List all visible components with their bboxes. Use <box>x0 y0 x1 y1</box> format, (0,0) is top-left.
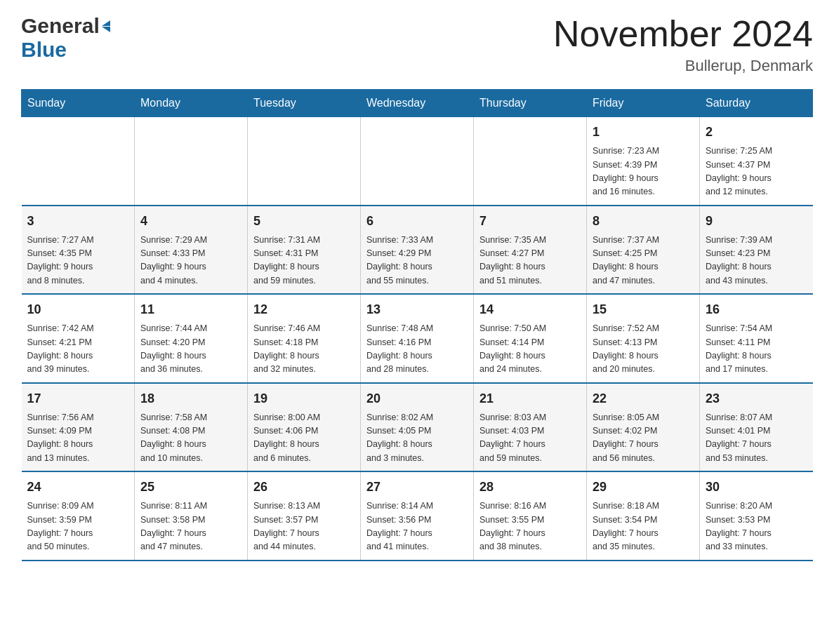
day-number: 25 <box>140 478 241 497</box>
calendar-day-cell: 8Sunrise: 7:37 AM Sunset: 4:25 PM Daylig… <box>587 206 700 295</box>
day-number: 4 <box>140 212 241 231</box>
day-number: 3 <box>27 212 129 231</box>
calendar-week-row: 10Sunrise: 7:42 AM Sunset: 4:21 PM Dayli… <box>22 294 813 383</box>
calendar-day-cell: 2Sunrise: 7:25 AM Sunset: 4:37 PM Daylig… <box>700 117 813 206</box>
header-monday: Monday <box>135 90 248 117</box>
calendar-day-cell: 1Sunrise: 7:23 AM Sunset: 4:39 PM Daylig… <box>587 117 700 206</box>
day-number: 13 <box>366 300 468 319</box>
calendar-day-cell: 20Sunrise: 8:02 AM Sunset: 4:05 PM Dayli… <box>361 383 474 472</box>
calendar-day-cell <box>361 117 474 206</box>
calendar-day-cell: 18Sunrise: 7:58 AM Sunset: 4:08 PM Dayli… <box>135 383 248 472</box>
day-info: Sunrise: 8:05 AM Sunset: 4:02 PM Dayligh… <box>593 411 694 466</box>
day-info: Sunrise: 7:37 AM Sunset: 4:25 PM Dayligh… <box>593 234 694 288</box>
calendar-day-cell: 28Sunrise: 8:16 AM Sunset: 3:55 PM Dayli… <box>474 471 587 561</box>
logo: General Blue <box>21 14 111 62</box>
day-info: Sunrise: 7:23 AM Sunset: 4:39 PM Dayligh… <box>593 145 694 199</box>
calendar-day-cell: 3Sunrise: 7:27 AM Sunset: 4:35 PM Daylig… <box>22 206 135 295</box>
location-subtitle: Bullerup, Denmark <box>553 57 813 75</box>
day-number: 9 <box>706 212 807 231</box>
day-number: 17 <box>27 389 129 408</box>
page-header: General Blue November 2024 Bullerup, Den… <box>21 14 813 75</box>
day-number: 1 <box>593 123 694 142</box>
calendar-day-cell: 5Sunrise: 7:31 AM Sunset: 4:31 PM Daylig… <box>248 206 361 295</box>
day-number: 26 <box>253 478 355 497</box>
calendar-day-cell: 25Sunrise: 8:11 AM Sunset: 3:58 PM Dayli… <box>135 471 248 561</box>
day-number: 30 <box>706 478 807 497</box>
calendar-day-cell: 24Sunrise: 8:09 AM Sunset: 3:59 PM Dayli… <box>22 471 135 561</box>
month-title: November 2024 <box>553 14 813 54</box>
day-info: Sunrise: 8:14 AM Sunset: 3:56 PM Dayligh… <box>366 499 468 554</box>
calendar-day-cell: 27Sunrise: 8:14 AM Sunset: 3:56 PM Dayli… <box>361 471 474 561</box>
title-block: November 2024 Bullerup, Denmark <box>553 14 813 75</box>
calendar-day-cell: 13Sunrise: 7:48 AM Sunset: 4:16 PM Dayli… <box>361 294 474 383</box>
day-number: 18 <box>140 389 241 408</box>
day-info: Sunrise: 7:31 AM Sunset: 4:31 PM Dayligh… <box>253 234 355 288</box>
calendar-day-cell: 16Sunrise: 7:54 AM Sunset: 4:11 PM Dayli… <box>700 294 813 383</box>
calendar-day-cell: 4Sunrise: 7:29 AM Sunset: 4:33 PM Daylig… <box>135 206 248 295</box>
weekday-header-row: SundayMondayTuesdayWednesdayThursdayFrid… <box>22 90 813 117</box>
day-info: Sunrise: 7:56 AM Sunset: 4:09 PM Dayligh… <box>27 411 129 466</box>
day-info: Sunrise: 7:25 AM Sunset: 4:37 PM Dayligh… <box>706 145 807 199</box>
header-thursday: Thursday <box>474 90 587 117</box>
day-info: Sunrise: 7:54 AM Sunset: 4:11 PM Dayligh… <box>706 322 807 377</box>
day-info: Sunrise: 8:00 AM Sunset: 4:06 PM Dayligh… <box>253 411 355 466</box>
calendar-day-cell <box>22 117 135 206</box>
calendar-week-row: 3Sunrise: 7:27 AM Sunset: 4:35 PM Daylig… <box>22 206 813 295</box>
day-number: 16 <box>706 300 807 319</box>
day-number: 8 <box>593 212 694 231</box>
day-number: 27 <box>366 478 468 497</box>
day-number: 2 <box>706 123 807 142</box>
day-info: Sunrise: 7:27 AM Sunset: 4:35 PM Dayligh… <box>27 234 129 288</box>
day-info: Sunrise: 7:35 AM Sunset: 4:27 PM Dayligh… <box>479 234 581 288</box>
calendar-day-cell: 19Sunrise: 8:00 AM Sunset: 4:06 PM Dayli… <box>248 383 361 472</box>
day-number: 24 <box>27 478 129 497</box>
day-number: 20 <box>366 389 468 408</box>
header-sunday: Sunday <box>22 90 135 117</box>
day-info: Sunrise: 7:33 AM Sunset: 4:29 PM Dayligh… <box>366 234 468 288</box>
header-wednesday: Wednesday <box>361 90 474 117</box>
calendar-day-cell <box>474 117 587 206</box>
calendar-day-cell <box>248 117 361 206</box>
calendar-table: SundayMondayTuesdayWednesdayThursdayFrid… <box>21 89 813 561</box>
logo-flag-icon <box>102 20 110 32</box>
day-number: 5 <box>253 212 355 231</box>
calendar-header: SundayMondayTuesdayWednesdayThursdayFrid… <box>22 90 813 117</box>
day-number: 23 <box>706 389 807 408</box>
day-number: 10 <box>27 300 129 319</box>
day-info: Sunrise: 8:13 AM Sunset: 3:57 PM Dayligh… <box>253 499 355 554</box>
calendar-week-row: 17Sunrise: 7:56 AM Sunset: 4:09 PM Dayli… <box>22 383 813 472</box>
day-info: Sunrise: 8:03 AM Sunset: 4:03 PM Dayligh… <box>479 411 581 466</box>
calendar-body: 1Sunrise: 7:23 AM Sunset: 4:39 PM Daylig… <box>22 117 813 561</box>
day-info: Sunrise: 7:44 AM Sunset: 4:20 PM Dayligh… <box>140 322 241 377</box>
day-info: Sunrise: 8:18 AM Sunset: 3:54 PM Dayligh… <box>593 499 694 554</box>
calendar-day-cell: 11Sunrise: 7:44 AM Sunset: 4:20 PM Dayli… <box>135 294 248 383</box>
day-number: 21 <box>479 389 581 408</box>
day-info: Sunrise: 8:09 AM Sunset: 3:59 PM Dayligh… <box>27 499 129 554</box>
day-info: Sunrise: 7:50 AM Sunset: 4:14 PM Dayligh… <box>479 322 581 377</box>
header-saturday: Saturday <box>700 90 813 117</box>
day-info: Sunrise: 8:02 AM Sunset: 4:05 PM Dayligh… <box>366 411 468 466</box>
day-number: 15 <box>593 300 694 319</box>
calendar-day-cell <box>135 117 248 206</box>
day-number: 7 <box>479 212 581 231</box>
calendar-day-cell: 23Sunrise: 8:07 AM Sunset: 4:01 PM Dayli… <box>700 383 813 472</box>
calendar-day-cell: 26Sunrise: 8:13 AM Sunset: 3:57 PM Dayli… <box>248 471 361 561</box>
day-info: Sunrise: 7:48 AM Sunset: 4:16 PM Dayligh… <box>366 322 468 377</box>
day-info: Sunrise: 7:42 AM Sunset: 4:21 PM Dayligh… <box>27 322 129 377</box>
day-info: Sunrise: 7:39 AM Sunset: 4:23 PM Dayligh… <box>706 234 807 288</box>
day-number: 6 <box>366 212 468 231</box>
header-tuesday: Tuesday <box>248 90 361 117</box>
day-number: 14 <box>479 300 581 319</box>
day-info: Sunrise: 8:11 AM Sunset: 3:58 PM Dayligh… <box>140 499 241 554</box>
calendar-week-row: 24Sunrise: 8:09 AM Sunset: 3:59 PM Dayli… <box>22 471 813 561</box>
calendar-day-cell: 29Sunrise: 8:18 AM Sunset: 3:54 PM Dayli… <box>587 471 700 561</box>
logo-blue-text: Blue <box>21 38 67 62</box>
day-info: Sunrise: 7:46 AM Sunset: 4:18 PM Dayligh… <box>253 322 355 377</box>
calendar-day-cell: 15Sunrise: 7:52 AM Sunset: 4:13 PM Dayli… <box>587 294 700 383</box>
calendar-day-cell: 9Sunrise: 7:39 AM Sunset: 4:23 PM Daylig… <box>700 206 813 295</box>
calendar-day-cell: 22Sunrise: 8:05 AM Sunset: 4:02 PM Dayli… <box>587 383 700 472</box>
calendar-day-cell: 12Sunrise: 7:46 AM Sunset: 4:18 PM Dayli… <box>248 294 361 383</box>
calendar-week-row: 1Sunrise: 7:23 AM Sunset: 4:39 PM Daylig… <box>22 117 813 206</box>
day-number: 29 <box>593 478 694 497</box>
day-info: Sunrise: 7:52 AM Sunset: 4:13 PM Dayligh… <box>593 322 694 377</box>
